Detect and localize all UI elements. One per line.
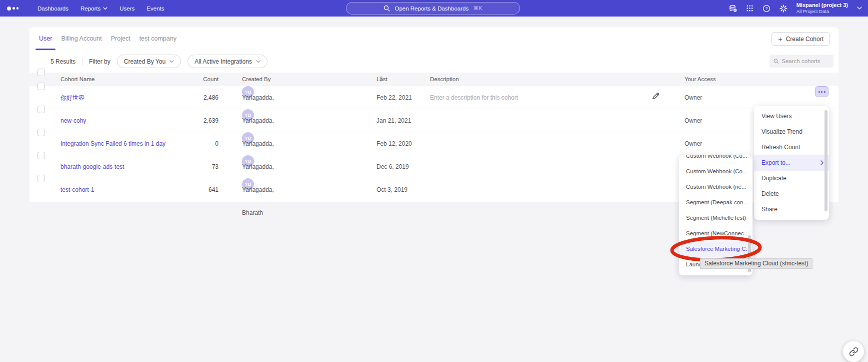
table-row: Integration Sync Failed 6 times in 1 day… (30, 132, 838, 155)
nav-item-users[interactable]: Users (120, 6, 134, 12)
header-cohort-name: Cohort Name (60, 73, 94, 86)
settings-gear-icon[interactable] (780, 5, 788, 13)
created-by: Yarlagadda, Bharath (242, 178, 274, 224)
menu-item-delete[interactable]: Delete (754, 186, 829, 202)
nav-item-reports[interactable]: Reports (80, 6, 108, 12)
access-value: Owner (684, 109, 702, 132)
global-search-placeholder: Open Reports & Dashboards (394, 6, 468, 12)
submenu-item-salesforce-marketing-cloud[interactable]: Salesforce Marketing C... (679, 241, 752, 257)
header-description: Description (430, 73, 459, 86)
menu-item-export-to[interactable]: Export to... (754, 155, 829, 171)
salesforce-tooltip: Salesforce Marketing Cloud (sfmc-test) (700, 258, 812, 269)
cohort-name-link[interactable]: 你好世界 (60, 86, 84, 109)
chevron-down-icon (103, 7, 108, 10)
table-header: Cohort Name Count Created By Last Modifi… (30, 73, 838, 86)
cohort-name-link[interactable]: new-cohy (60, 109, 86, 132)
menu-scrollbar-thumb[interactable] (824, 110, 828, 211)
row-checkbox[interactable] (38, 106, 45, 113)
last-modified: Feb 22, 2021 (376, 86, 412, 109)
project-chevron-down-icon[interactable] (857, 7, 862, 10)
cohort-count: 641 (160, 178, 218, 201)
select-all-checkbox[interactable] (38, 69, 45, 76)
svg-text:?: ? (765, 6, 768, 11)
search-shortcut: ⌘K (473, 5, 482, 12)
menu-item-view-users[interactable]: View Users (754, 109, 829, 124)
tab-project[interactable]: Project (106, 27, 135, 50)
access-value: Owner (684, 132, 702, 155)
submenu-item-segment-3[interactable]: Segment (NewConnec... (679, 226, 752, 241)
data-icon[interactable] (729, 5, 737, 13)
search-cohorts-input[interactable] (782, 58, 830, 64)
description-placeholder[interactable]: Enter a description for this cohort (430, 86, 518, 109)
submenu-item-custom-webhook-2[interactable]: Custom Webhook (Co... (679, 164, 752, 179)
row-actions-menu: View Users Visualize Trend Refresh Count… (754, 106, 829, 220)
mixpanel-logo-icon[interactable] (7, 7, 18, 11)
help-icon[interactable]: ? (762, 5, 770, 13)
access-value: Owner (684, 86, 702, 109)
menu-item-share[interactable]: Share (754, 202, 829, 217)
search-icon (384, 5, 390, 12)
row-actions-button[interactable] (815, 86, 828, 97)
row-checkbox[interactable] (38, 175, 45, 182)
tab-billing-account[interactable]: Billing Account (56, 27, 106, 50)
integrations-dropdown[interactable]: All Active Integrations (188, 55, 268, 68)
header-your-access: Your Access (684, 73, 716, 86)
nav-item-dashboards[interactable]: Dashboards (38, 6, 68, 12)
edit-pencil-icon[interactable] (652, 86, 660, 109)
global-search-bar[interactable]: Open Reports & Dashboards ⌘K (346, 2, 520, 15)
top-nav: Dashboards Reports Users Events Open Rep… (0, 0, 868, 17)
table-row: new-cohy 2,639 YBYarlagadda, Bharath Jan… (30, 109, 838, 132)
chevron-right-icon (820, 160, 824, 165)
project-switcher[interactable]: Mixpanel (project 3) All Project Data (796, 2, 848, 15)
submenu-item-segment-2[interactable]: Segment (MichelleTest) (679, 210, 752, 226)
last-modified: Dec 6, 2019 (376, 155, 409, 178)
created-by-dropdown[interactable]: Created By You (117, 55, 181, 68)
nav-item-events[interactable]: Events (146, 6, 164, 12)
last-modified: Feb 12, 2020 (376, 132, 412, 155)
search-cohorts-box (770, 55, 834, 68)
cohort-count: 2,486 (160, 86, 218, 109)
share-link-button[interactable] (843, 341, 864, 362)
last-modified: Oct 3, 2019 (376, 178, 408, 201)
chevron-down-icon (256, 60, 260, 63)
create-cohort-button[interactable]: + Create Cohort (772, 32, 830, 46)
table-row: 你好世界 2,486 YBYarlagadda, Bharath Feb 22,… (30, 86, 838, 109)
chevron-down-icon (170, 60, 174, 63)
cohort-name-link[interactable]: bharath-google-ads-test (60, 155, 124, 178)
divider (82, 58, 82, 66)
search-icon (774, 58, 778, 64)
submenu-item-custom-webhook-3[interactable]: Custom Webhook (ne... (679, 179, 752, 195)
row-checkbox[interactable] (38, 83, 45, 90)
apps-grid-icon[interactable] (746, 5, 754, 12)
filter-bar: 5 Results Filter by Created By You All A… (30, 50, 838, 73)
export-submenu: Custom Webhook (Cu... Custom Webhook (Co… (679, 155, 752, 275)
link-icon (849, 347, 858, 356)
cohort-name-link[interactable]: test-cohort-1 (60, 178, 94, 201)
cohort-count: 0 (160, 132, 218, 155)
last-modified: Jan 21, 2021 (376, 109, 411, 132)
row-checkbox[interactable] (38, 152, 45, 159)
menu-item-refresh-count[interactable]: Refresh Count (754, 140, 829, 155)
cohort-name-link[interactable]: Integration Sync Failed 6 times in 1 day (60, 132, 166, 155)
tab-user[interactable]: User (34, 27, 56, 50)
cohort-count: 2,639 (160, 109, 218, 132)
row-checkbox[interactable] (38, 129, 45, 136)
cohort-count: 73 (160, 155, 218, 178)
submenu-item-custom-webhook-1[interactable]: Custom Webhook (Cu... (679, 155, 752, 164)
submenu-item-segment-1[interactable]: Segment (Deepak con... (679, 195, 752, 210)
project-name: Mixpanel (project 3) (796, 2, 848, 9)
tab-test-company[interactable]: test company (135, 27, 181, 50)
filter-by-label: Filter by (89, 58, 110, 65)
results-count: 5 Results (50, 58, 76, 65)
project-subtitle: All Project Data (796, 9, 848, 15)
menu-item-visualize-trend[interactable]: Visualize Trend (754, 124, 829, 140)
header-last-modified[interactable]: Last Modified (376, 73, 383, 86)
plus-icon: + (778, 35, 782, 43)
menu-item-duplicate[interactable]: Duplicate (754, 171, 829, 186)
header-count: Count (160, 73, 218, 86)
cohort-tabs: User Billing Account Project test compan… (30, 27, 838, 50)
